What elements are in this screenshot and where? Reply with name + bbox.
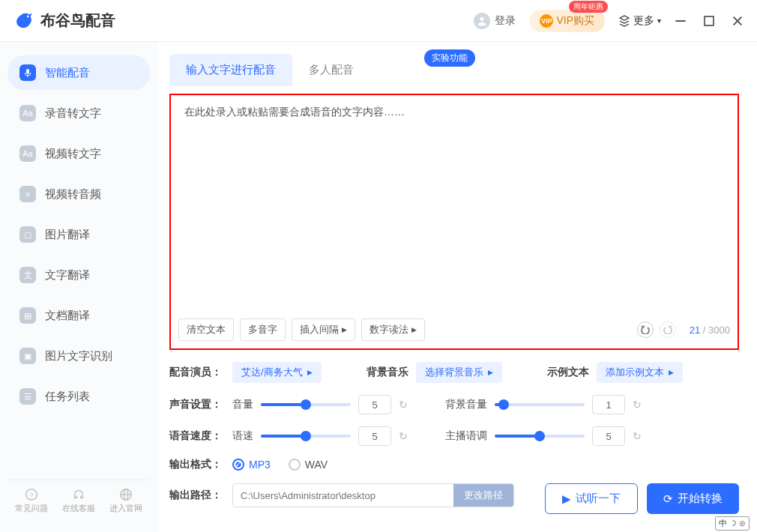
more-menu[interactable]: 更多 ▾	[618, 14, 661, 28]
sidebar-footer: ?常见问题 在线客服 进入官网	[7, 480, 150, 519]
preview-button[interactable]: ▶试听一下	[545, 483, 638, 514]
path-field[interactable]	[233, 490, 453, 501]
format-label: 输出格式：	[169, 458, 225, 471]
chevron-down-icon: ▾	[657, 16, 661, 25]
vip-icon: VIP	[540, 14, 553, 28]
undo-icon	[641, 325, 650, 334]
reset-icon[interactable]: ↻	[633, 430, 642, 442]
sidebar-item-video2text[interactable]: Aa视频转文字	[7, 136, 150, 171]
undo-button[interactable]	[637, 321, 654, 338]
bgvol-value[interactable]: 1	[592, 395, 625, 414]
polyphony-button[interactable]: 多音字	[240, 318, 286, 341]
sample-label: 示例文本	[547, 366, 589, 379]
sidebar-item-tasks[interactable]: ☰任务列表	[7, 379, 150, 414]
support-link[interactable]: 在线客服	[62, 488, 95, 514]
triangle-right-icon: ▶	[342, 326, 347, 333]
vip-badge: 周年钜惠	[569, 1, 608, 13]
sidebar-item-label: 视频转音频	[45, 187, 101, 202]
svg-text:?: ?	[29, 492, 33, 499]
reset-icon[interactable]: ↻	[633, 399, 642, 411]
bgvol-slider[interactable]	[495, 403, 585, 406]
sidebar-item-label: 任务列表	[45, 390, 90, 404]
volume-slider[interactable]	[261, 403, 351, 406]
question-icon: ?	[25, 488, 38, 501]
globe-icon	[119, 488, 133, 501]
pitch-slider[interactable]	[495, 435, 585, 438]
stack-icon	[618, 15, 630, 27]
bird-icon	[13, 10, 34, 31]
pitch-value[interactable]: 5	[592, 426, 625, 446]
sidebar-item-video2audio[interactable]: ≡视频转音频	[7, 177, 150, 211]
text-input[interactable]	[184, 106, 724, 308]
faq-link[interactable]: ?常见问题	[15, 488, 48, 514]
tabs: 输入文字进行配音 多人配音 实验功能	[169, 54, 739, 86]
row-path: 输出路径： 更改路径	[169, 483, 514, 507]
format-wav-radio[interactable]: WAV	[289, 459, 328, 471]
image-icon: ▢	[19, 226, 36, 243]
rate-value[interactable]: 5	[358, 426, 391, 446]
close-button[interactable]	[732, 15, 744, 27]
sidebar-item-audio2text[interactable]: Aa录音转文字	[7, 96, 150, 130]
sample-select[interactable]: 添加示例文本▶	[597, 362, 683, 383]
svg-point-0	[27, 15, 29, 17]
avatar-icon	[474, 13, 490, 29]
output-path: 更改路径	[232, 483, 514, 507]
format-mp3-radio[interactable]: MP3	[232, 459, 271, 471]
mic-icon	[19, 64, 36, 81]
pitch-label: 主播语调	[445, 429, 487, 443]
volume-value[interactable]: 5	[358, 395, 391, 414]
triangle-right-icon: ▶	[411, 326, 417, 333]
sidebar: 智能配音 Aa录音转文字 Aa视频转文字 ≡视频转音频 ▢图片翻译 文文字翻译 …	[0, 42, 157, 532]
app-title: 布谷鸟配音	[40, 10, 115, 31]
row-speed: 语音速度： 语速 5 ↻ 主播语调 5 ↻	[169, 426, 739, 446]
bgm-select[interactable]: 选择背景音乐▶	[416, 362, 502, 383]
website-link[interactable]: 进入官网	[109, 488, 142, 514]
clear-text-button[interactable]: 清空文本	[178, 318, 234, 341]
rate-label: 语速	[232, 429, 253, 443]
number-reading-button[interactable]: 数字读法▶	[361, 318, 425, 341]
bgvol-label: 背景音量	[445, 398, 487, 411]
wave-icon: ≡	[19, 186, 36, 202]
redo-icon	[663, 325, 672, 334]
text-editor-frame: 清空文本 多音字 插入间隔▶ 数字读法▶ 21 / 3000	[169, 94, 739, 350]
sidebar-item-ocr[interactable]: ▣图片文字识别	[7, 339, 150, 373]
convert-icon: ⟳	[663, 492, 673, 506]
triangle-right-icon: ▶	[669, 369, 674, 376]
reset-icon[interactable]: ↻	[399, 399, 408, 411]
main-panel: 输入文字进行配音 多人配音 实验功能 清空文本 多音字 插入间隔▶ 数字读法▶ …	[157, 42, 757, 532]
login-button[interactable]: 登录	[474, 13, 516, 29]
svg-rect-3	[705, 16, 714, 25]
maximize-button[interactable]	[703, 15, 715, 27]
editor-toolbar: 清空文本 多音字 插入间隔▶ 数字读法▶ 21 / 3000	[178, 318, 730, 341]
login-label: 登录	[495, 14, 516, 28]
sidebar-item-image-translate[interactable]: ▢图片翻译	[7, 217, 150, 252]
reset-icon[interactable]: ↻	[399, 430, 408, 442]
sidebar-item-label: 文字翻译	[45, 268, 90, 282]
actor-select[interactable]: 艾达/商务大气▶	[232, 362, 322, 383]
sidebar-item-label: 文档翻译	[45, 309, 90, 323]
sidebar-item-label: 图片翻译	[45, 228, 90, 242]
sidebar-item-label: 智能配音	[45, 66, 90, 80]
sidebar-item-label: 视频转文字	[45, 147, 101, 161]
ime-indicator[interactable]: 中 ☽ ⊙	[715, 516, 750, 531]
volume-label: 音量	[232, 398, 253, 411]
tab-text-input[interactable]: 输入文字进行配音	[169, 54, 292, 86]
radio-dot-icon	[289, 459, 301, 471]
aa-icon: Aa	[19, 105, 36, 121]
vip-label: VIP购买	[556, 14, 594, 28]
convert-button[interactable]: ⟳开始转换	[647, 483, 739, 514]
change-path-button[interactable]: 更改路径	[453, 484, 513, 507]
tab-multi-voice[interactable]: 多人配音	[292, 54, 370, 86]
rate-slider[interactable]	[261, 435, 351, 438]
sidebar-item-text-translate[interactable]: 文文字翻译	[7, 258, 150, 292]
vip-button[interactable]: VIP VIP购买 周年钜惠	[529, 10, 605, 32]
beta-badge: 实验功能	[424, 49, 475, 67]
insert-pause-button[interactable]: 插入间隔▶	[292, 318, 355, 341]
minimize-button[interactable]	[675, 15, 687, 27]
sidebar-item-tts[interactable]: 智能配音	[7, 55, 150, 90]
list-icon: ☰	[19, 388, 36, 405]
app-logo: 布谷鸟配音	[13, 10, 115, 31]
sidebar-item-label: 录音转文字	[45, 106, 101, 121]
redo-button[interactable]	[660, 321, 676, 338]
sidebar-item-doc-translate[interactable]: ▤文档翻译	[7, 298, 150, 333]
